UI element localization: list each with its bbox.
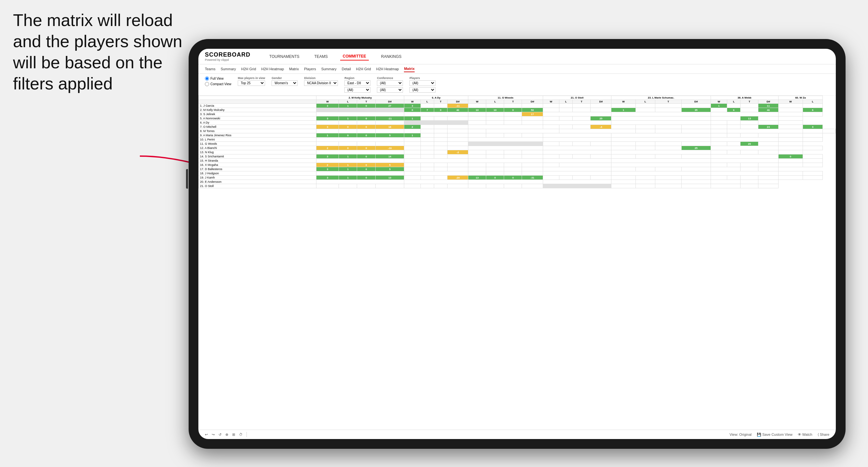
compact-view-input[interactable] bbox=[205, 82, 209, 86]
cell: 1 bbox=[543, 142, 559, 146]
cell: 0 bbox=[727, 133, 741, 137]
conference-select[interactable]: (All) bbox=[377, 80, 403, 86]
cell: 2 bbox=[758, 176, 778, 180]
cell: 18 bbox=[375, 125, 404, 129]
subnav-h2h-grid2[interactable]: H2H Grid bbox=[356, 66, 371, 72]
cell bbox=[611, 159, 711, 163]
cell: 0 bbox=[357, 117, 375, 121]
watch-button[interactable]: 👁 Watch bbox=[798, 433, 812, 436]
cell: 0 bbox=[434, 137, 447, 142]
nav-rankings[interactable]: RANKINGS bbox=[378, 53, 404, 60]
cell: 11 bbox=[447, 163, 468, 167]
cell: 0 bbox=[741, 104, 758, 108]
cell: 0 bbox=[655, 180, 681, 184]
gender-label: Gender bbox=[272, 76, 298, 80]
cell: 3 bbox=[316, 176, 339, 180]
cell bbox=[468, 137, 543, 142]
subnav-matrix2[interactable]: Matrix bbox=[404, 66, 414, 72]
cell: 0 bbox=[727, 121, 741, 125]
subnav-summary[interactable]: Summary bbox=[220, 66, 236, 72]
logo-subtitle: Powered by clippd bbox=[205, 58, 250, 61]
nav-tournaments[interactable]: TOURNAMENTS bbox=[267, 53, 302, 60]
share-button[interactable]: ⟨ Share bbox=[817, 433, 829, 437]
cell: 0 bbox=[357, 125, 375, 129]
cell: 0 bbox=[357, 184, 375, 188]
division-select[interactable]: NCAA Division II bbox=[304, 80, 338, 86]
cell bbox=[543, 184, 611, 188]
region-select[interactable]: East - DII bbox=[344, 80, 370, 86]
gender-select[interactable]: Women's bbox=[272, 80, 298, 86]
cell: 4 bbox=[681, 176, 711, 180]
cell: 0 bbox=[468, 133, 486, 137]
cell bbox=[486, 129, 559, 133]
layout-button[interactable]: ⊞ bbox=[232, 433, 235, 437]
settings-button[interactable]: ⏱ bbox=[239, 433, 243, 436]
subnav-matrix[interactable]: Matrix bbox=[289, 66, 299, 72]
cell: 11 bbox=[758, 104, 778, 108]
player-name-cell: 10. L Perini bbox=[199, 137, 316, 142]
cell: 0 bbox=[421, 129, 434, 133]
cell: 0 bbox=[681, 129, 711, 133]
cell: 4 bbox=[727, 125, 741, 129]
table-row: 16. X Mcgaha 2 1 0 5 1 0 0 11 0 1 0 1 1 bbox=[199, 163, 836, 167]
subnav-teams[interactable]: Teams bbox=[205, 66, 215, 72]
subnav-h2h-heatmap2[interactable]: H2H Heatmap bbox=[376, 66, 399, 72]
cell: 1 bbox=[468, 184, 486, 188]
cell: 0 bbox=[655, 176, 681, 180]
conference-filter: Conference (All) (All) bbox=[377, 76, 403, 93]
cell: 3 bbox=[316, 154, 339, 159]
compact-view-radio[interactable]: Compact View bbox=[205, 82, 231, 86]
cell: 13 bbox=[741, 121, 758, 125]
cell: 1 bbox=[468, 104, 486, 108]
cell: 0 bbox=[636, 154, 655, 159]
players-select[interactable]: (All) bbox=[409, 80, 435, 86]
nav-committee[interactable]: COMMITTEE bbox=[340, 53, 369, 61]
cell: 0 bbox=[504, 172, 522, 176]
refresh-button[interactable]: ↺ bbox=[219, 433, 221, 437]
cell: 1 bbox=[339, 154, 357, 159]
main-content[interactable]: 2. M Kelly Mulcahy 6. A Dy 11. G Woods 2… bbox=[198, 96, 836, 430]
nav-teams[interactable]: TEAMS bbox=[312, 53, 330, 60]
zoom-button[interactable]: ⊕ bbox=[225, 433, 228, 437]
player-name-cell: 1. J Garcia bbox=[199, 104, 316, 108]
subnav-summary2[interactable]: Summary bbox=[321, 66, 337, 72]
full-view-input[interactable] bbox=[205, 76, 209, 81]
subnav-detail[interactable]: Detail bbox=[342, 66, 351, 72]
conference-sub-select[interactable]: (All) bbox=[377, 87, 403, 93]
table-row: 17. D Ballesteros 3 1 0 5 2 0 0 3 1 1 0 … bbox=[199, 167, 836, 172]
cell: 4 bbox=[404, 176, 421, 180]
cell: 1 bbox=[803, 172, 823, 176]
cell bbox=[543, 121, 611, 125]
cell bbox=[522, 104, 543, 108]
cell: 1 bbox=[339, 104, 357, 108]
full-view-radio[interactable]: Full View bbox=[205, 76, 231, 81]
subnav-h2h-heatmap[interactable]: H2H Heatmap bbox=[261, 66, 284, 72]
annotation-text: The matrix will reload and the players s… bbox=[13, 10, 195, 94]
subnav-h2h-grid[interactable]: H2H Grid bbox=[241, 66, 256, 72]
cell: 1 bbox=[778, 133, 803, 137]
undo-button[interactable]: ↩ bbox=[205, 433, 208, 437]
max-players-select[interactable]: Top 25 bbox=[238, 80, 265, 86]
cell: 0 bbox=[741, 133, 758, 137]
cell: -2 bbox=[447, 150, 468, 154]
region-sub-select[interactable]: (All) bbox=[344, 87, 370, 93]
cell: 5 bbox=[447, 154, 468, 159]
players-sub-select[interactable]: (All) bbox=[409, 87, 435, 93]
subnav-players[interactable]: Players bbox=[304, 66, 316, 72]
cell: 4 bbox=[778, 146, 803, 150]
cell: 1 bbox=[636, 184, 655, 188]
view-original-button[interactable]: View: Original bbox=[730, 433, 751, 436]
cell: 2 bbox=[681, 142, 711, 146]
redo-button[interactable]: ↪ bbox=[212, 433, 215, 437]
cell: 0 bbox=[486, 150, 504, 154]
col-header-za: 60. W Za bbox=[778, 96, 823, 100]
col-header-stoll: 21. O Stoll bbox=[543, 96, 611, 100]
player-name-cell: 3. S Jelinek bbox=[199, 112, 316, 117]
save-custom-button[interactable]: 💾 Save Custom View bbox=[757, 433, 793, 437]
cell: 0 bbox=[357, 146, 375, 150]
cell: 14 bbox=[375, 154, 404, 159]
player-name-cell: 9. A Maria Jimenez Rios bbox=[199, 133, 316, 137]
cell bbox=[711, 172, 778, 176]
cell: 13 bbox=[741, 117, 758, 121]
cell: 1 bbox=[758, 117, 778, 121]
